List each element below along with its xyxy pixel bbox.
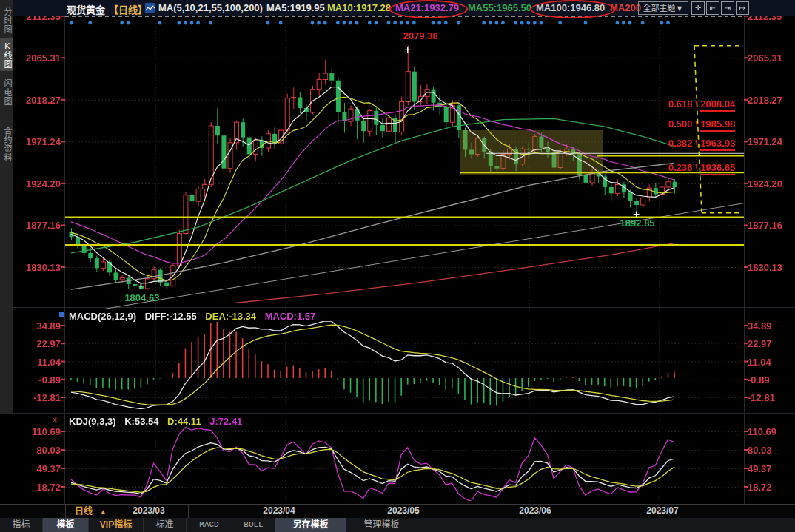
period-tag: 【日线】 [109,2,147,16]
bottom-tab-6[interactable]: BOLL [232,518,275,532]
compress-right-icon[interactable]: ⇥ [721,1,734,15]
macd-panel-icon[interactable] [59,312,64,317]
sidebar-tab-3[interactable]: 闪电图 [0,73,13,112]
bottom-tab-7[interactable]: 另存模板 [275,518,346,532]
sidebar-tab-2[interactable]: K线图 [0,38,13,71]
kdj-k-value: K:53.54 [124,416,158,427]
period-selector[interactable]: 日线 ▲ [65,505,189,518]
macd-title: MACD(26,12,9) [69,311,136,322]
period-arrow-icon: ▲ [99,508,107,516]
compress-left-icon[interactable]: ⇤ [706,1,719,15]
bottom-tab-5[interactable]: MACD [187,518,232,532]
macd-dea-value: DEA:-13.34 [205,311,256,322]
period-label: 日线 [75,506,93,516]
crosshair-pan-icon[interactable]: ✛ [691,1,705,15]
ma55-value: MA55:1965.50 [468,2,531,13]
indicator-tab-bar: 指标模板VIP指标标准MACDBOLL另存模板管理模板 [0,518,795,532]
ma5-value: MA5:1919.95 [266,2,325,13]
ma10-value: MA10:1917.28 [327,2,391,13]
kline-chart-canvas[interactable] [0,0,795,505]
bottom-tab-4[interactable]: 标准 [144,518,187,532]
date-axis-label: 2023/07 [646,505,678,516]
bottom-tab-2[interactable]: 模板 [43,518,89,532]
date-axis-label: 2023/03 [132,505,164,516]
pan-right-icon[interactable]: ↦ [736,1,749,15]
macd-diff-value: DIFF:-12.55 [145,311,197,322]
chart-mode-sidebar: 分时图K线图闪电图合约资料 [0,0,13,414]
date-axis-label: 2023/05 [387,505,419,516]
ma-config-label: MA(5,10,21,55,100,200) [158,2,263,13]
kdj-panel-icon[interactable]: ✳ [52,416,58,424]
macd-panel-header: MACD(26,12,9) DIFF:-12.55 DEA:-13.34 MAC… [69,311,321,322]
date-axis-row: 日线 ▲ 2023/032023/042023/052023/062023/07 [0,504,795,519]
kdj-title: KDJ(9,3,3) [69,416,116,427]
kdj-panel-header: KDJ(9,3,3) K:53.54 D:44.11 J:72.41 [69,416,248,427]
theme-dropdown[interactable]: 全部主题▼ [638,1,688,15]
instrument-title: 现货黄金 [67,2,105,16]
sidebar-tab-4[interactable]: 合约资料 [0,115,13,173]
chart-header-bar: 现货黄金 【日线】 MA(5,10,21,55,100,200) MA5:191… [13,0,795,16]
kdj-d-value: D:44.11 [167,416,201,427]
ma100-highlight-ellipse [530,0,616,18]
date-axis-label: 2023/06 [519,505,551,516]
bottom-tab-3[interactable]: VIP指标 [89,518,144,532]
bottom-tab-8[interactable]: 管理模板 [346,518,417,532]
date-axis-label: 2023/04 [263,505,295,516]
chart-type-icon[interactable] [145,3,155,13]
kdj-j-value: J:72.41 [209,416,242,427]
sidebar-tab-1[interactable]: 分时图 [0,4,13,38]
ma21-highlight-ellipse [389,0,468,18]
bottom-tab-1[interactable]: 指标 [0,518,43,532]
trading-app-window: 现货黄金 【日线】 MA(5,10,21,55,100,200) MA5:191… [0,0,795,532]
macd-value: MACD:1.57 [265,311,316,322]
